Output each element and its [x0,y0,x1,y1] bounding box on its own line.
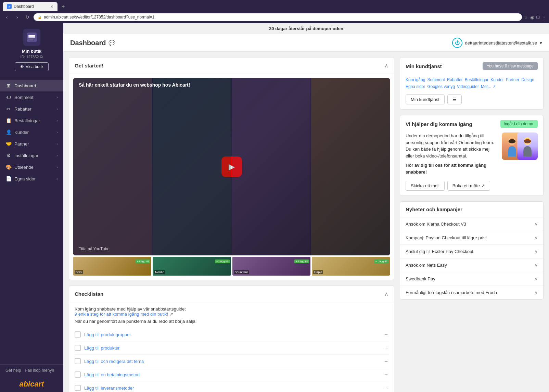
book-meeting-button[interactable]: Boka ett möte ↗ [447,181,490,191]
checkbox-1[interactable] [75,331,81,338]
new-tab-button[interactable]: + [59,2,67,11]
chevron-right-icon: › [56,130,58,134]
cs-actions: Min kundtjänst ☰ [400,92,543,109]
logo-cart: cart [30,380,44,388]
sidebar-item-kunder[interactable]: 👤 Kunder › [0,126,63,138]
store-name: Min butik [22,49,41,54]
checklist-text-5: Lägg till leveransmetoder [84,385,380,391]
cs-service-button[interactable]: Min kundtjänst [406,94,445,104]
checkbox-5[interactable] [75,385,81,391]
sidebar-bottom: Get help Fäll ihop menyn [0,364,63,376]
tab-close-button[interactable]: ✕ [50,4,53,9]
checklist-text-4: Lägg till en betalningsmetod [84,372,380,377]
sidebar-item-partner[interactable]: 🤝 Partner › [0,138,63,150]
address-bar[interactable]: 🔒 admin.abicart.se/sv/editor/127852/dash… [34,13,522,21]
svg-point-9 [524,139,531,143]
checklist-item[interactable]: Lägg till och redigera ditt tema → [75,355,388,368]
video-title: Så här enkelt startar du en webshop hos … [79,82,384,88]
logo-abi: abi [19,380,30,388]
sidebar-item-bestallningar[interactable]: 📋 Beställningar › [0,115,63,126]
store-id: ID: 127852 ⧉ [21,54,43,59]
kunder-icon: 👤 [5,129,12,135]
news-item-5[interactable]: Swedbank Pay ∨ [400,272,543,286]
get-started-title: Get started! [75,63,103,68]
news-item-1[interactable]: Ansök om Klarna Checkout V3 ∨ [400,217,543,231]
thumb-btn-3[interactable]: + Lägg till [294,258,309,263]
cs-list-button[interactable]: ☰ [447,94,462,104]
user-email: dettaarintedenstitatesten@textalk.se [465,40,537,46]
chevron-right-icon: › [56,142,58,146]
sidebar-item-utseende[interactable]: 🎨 Utseende › [0,161,63,173]
checklist-item[interactable]: Lägg till en betalningsmetod → [75,368,388,381]
news-item-4[interactable]: Ansök om Nets Easy ∨ [400,258,543,272]
chevron-down-icon: ∨ [535,249,538,254]
checkbox-4[interactable] [75,371,81,378]
thumb-btn-1[interactable]: + Lägg till [136,258,150,263]
thumb-btn-4[interactable]: + Lägg till [374,258,388,263]
collapse-menu-link[interactable]: Fäll ihop menyn [25,368,54,373]
new-message-badge: You have 0 new message [483,62,538,70]
installningar-icon: ⚙ [5,153,12,158]
checklist-guide-link[interactable]: 9 enkla steg för att komma igång med din… [75,312,168,317]
get-help-link[interactable]: Get help [5,368,21,373]
checklist-item[interactable]: Lägg till produktgrupper. → [75,328,388,341]
checkbox-2[interactable] [75,345,81,351]
back-button[interactable]: ‹ [3,13,11,21]
sidebar-item-label: Kunder [14,130,29,135]
send-email-button[interactable]: Skicka ett mejl [406,181,445,191]
video-container[interactable]: Så här enkelt startar du en webshop hos … [73,78,390,255]
news-item-2[interactable]: Kampanj: Payson Checkout till lägre pris… [400,231,543,244]
cs-title: Min kundtjänst [406,63,442,69]
cs-link-mer[interactable]: Mer... ↗ [481,84,496,89]
dropdown-icon: ▾ [540,40,542,46]
news-item-3[interactable]: Anslut dig till Ecster Pay Checkout ∨ [400,244,543,258]
external-icon: ↗ [492,84,496,89]
sidebar-item-rabatter[interactable]: ✂ Rabatter › [0,103,63,115]
extension-icon[interactable]: ⬡ [536,15,540,20]
cs-link-design[interactable]: Design [521,77,534,82]
checklist-item[interactable]: Lägg till leveransmetoder → [75,381,388,392]
bookmark-icon[interactable]: ☆ [524,15,528,20]
sidebar-item-installningar[interactable]: ⚙ Inställningar › [0,150,63,161]
sidebar-item-sortiment[interactable]: 🏷 Sortiment › [0,91,63,103]
checklist-card: Checklistan ∧ Kom igång snabbare med hjä… [69,286,394,392]
user-menu[interactable]: ⏻ dettaarintedenstitatesten@textalk.se ▾ [452,38,542,48]
menu-icon[interactable]: ⋮ [542,15,546,20]
cs-link-bestallningar[interactable]: Beställningar [465,77,488,82]
visit-store-button[interactable]: 👁 Visa butik [15,62,49,71]
checklist-collapse-toggle[interactable]: ∧ [384,291,388,297]
sidebar-item-egna-sidor[interactable]: 📄 Egna sidor › [0,173,63,185]
cs-link-sortiment[interactable]: Sortiment [427,77,445,82]
svg-rect-2 [28,37,35,38]
checklist-item[interactable]: Lägg till produkter → [75,341,388,355]
cs-link-kom-igang[interactable]: Kom igång [406,77,425,82]
cs-link-videoguider[interactable]: Videoguider [457,84,479,89]
checklist-text-1: Lägg till produktgrupper. [84,332,380,337]
collapse-toggle[interactable]: ∧ [384,62,388,69]
checkbox-3[interactable] [75,358,81,364]
reload-button[interactable]: ↻ [23,13,31,21]
cs-link-rabatter[interactable]: Rabatter [447,77,463,82]
cs-link-googles[interactable]: Googles vertyg [427,84,455,89]
arrow-icon: → [384,385,388,391]
cs-link-partner[interactable]: Partner [506,77,519,82]
profile-icon[interactable]: ◉ [530,15,534,20]
thumb-btn-2[interactable]: + Lägg till [215,258,229,263]
forward-button[interactable]: › [13,13,21,21]
message-icon[interactable]: 💬 [108,40,115,46]
svg-point-6 [509,139,516,143]
cs-link-kunder[interactable]: Kunder [490,77,504,82]
chevron-down-icon: ∨ [535,290,538,295]
news-item-6[interactable]: Förmånligt företagslån i samarbete med F… [400,286,543,299]
power-icon: ⏻ [452,38,462,48]
active-tab[interactable]: a Dashboard ✕ [3,2,58,11]
news-text-2: Kampanj: Payson Checkout till lägre pris… [406,235,487,240]
thumb-4: Hapje + Lägg till [312,257,390,276]
cs-link-egna-sidor[interactable]: Egna sidor [406,84,425,89]
thumb-label-2: Nordic [154,270,165,274]
rabatter-icon: ✂ [5,106,12,112]
sidebar-item-label: Beställningar [14,118,40,123]
arrow-icon: → [384,358,388,364]
sidebar-item-dashboard[interactable]: ⊞ Dashboard [0,80,63,91]
copy-icon[interactable]: ⧉ [40,54,43,59]
